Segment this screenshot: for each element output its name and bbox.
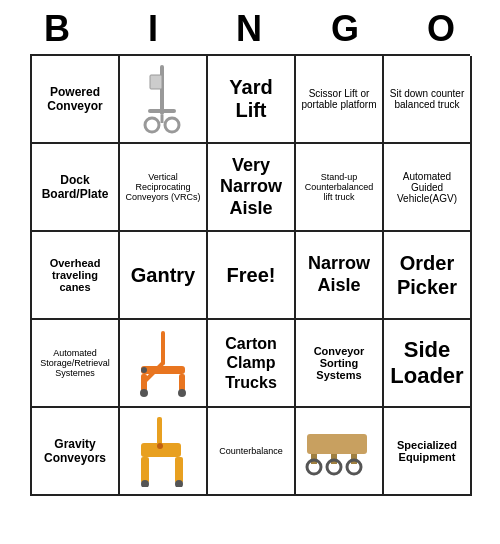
cell-r4c1 [120, 408, 208, 496]
svg-point-20 [157, 443, 163, 449]
cell-r0c4: Sit down counter balanced truck [384, 56, 472, 144]
title-g: G [302, 8, 390, 50]
title-b: B [14, 8, 102, 50]
cell-r3c3: Conveyor Sorting Systems [296, 320, 384, 408]
svg-point-12 [178, 389, 186, 397]
hand-truck-icon [138, 63, 188, 135]
cell-text: OrderPicker [397, 251, 457, 299]
cell-r1c4: Automated Guided Vehicle(AGV) [384, 144, 472, 232]
cell-text: Specialized Equipment [388, 439, 466, 463]
flatbed-icon [303, 426, 375, 476]
cell-r1c3: Stand-up Counterbalanced lift truck [296, 144, 384, 232]
svg-rect-8 [141, 366, 185, 374]
bingo-grid: Powered Conveyor YardLift Scissor Lift o… [30, 54, 470, 496]
cell-text: Dock Board/Plate [36, 173, 114, 201]
cell-text: Gantry [131, 264, 195, 287]
cell-r2c1: Gantry [120, 232, 208, 320]
svg-rect-17 [175, 457, 183, 483]
cell-r0c3: Scissor Lift or portable platform [296, 56, 384, 144]
bingo-title: B I N G O [10, 0, 490, 54]
cell-r4c2: Counterbalance [208, 408, 296, 496]
title-o: O [398, 8, 486, 50]
cell-text: YardLift [229, 76, 272, 122]
cell-r1c1: Vertical Reciprocating Conveyors (VRCs) [120, 144, 208, 232]
cell-r2c2: Free! [208, 232, 296, 320]
cell-r3c1 [120, 320, 208, 408]
cell-r2c4: OrderPicker [384, 232, 472, 320]
cell-r0c0: Powered Conveyor [32, 56, 120, 144]
cell-text: Overhead traveling canes [36, 257, 114, 293]
cell-text: Automated Storage/Retrieval Systemes [36, 348, 114, 378]
svg-rect-0 [160, 65, 164, 115]
cell-r3c2: CartonClampTrucks [208, 320, 296, 408]
cell-r3c0: Automated Storage/Retrieval Systemes [32, 320, 120, 408]
pallet-jack-icon [133, 328, 193, 398]
cell-r0c1 [120, 56, 208, 144]
cell-text: Automated Guided Vehicle(AGV) [388, 171, 466, 204]
cell-text: Sit down counter balanced truck [388, 88, 466, 110]
cell-r0c2: YardLift [208, 56, 296, 144]
svg-point-13 [141, 367, 147, 373]
cell-r3c4: SideLoader [384, 320, 472, 408]
cell-r4c4: Specialized Equipment [384, 408, 472, 496]
cell-text: VeryNarrowAisle [220, 155, 282, 220]
electric-pallet-icon [131, 415, 195, 487]
cell-text: NarrowAisle [308, 253, 370, 296]
svg-point-3 [145, 118, 159, 132]
svg-point-4 [165, 118, 179, 132]
title-i: I [110, 8, 198, 50]
cell-r4c3 [296, 408, 384, 496]
title-n: N [206, 8, 294, 50]
svg-rect-14 [157, 417, 162, 445]
cell-text: Vertical Reciprocating Conveyors (VRCs) [124, 172, 202, 202]
cell-r1c0: Dock Board/Plate [32, 144, 120, 232]
cell-r2c0: Overhead traveling canes [32, 232, 120, 320]
svg-point-11 [140, 389, 148, 397]
cell-r2c3: NarrowAisle [296, 232, 384, 320]
cell-text: Conveyor Sorting Systems [300, 345, 378, 381]
cell-text: SideLoader [390, 337, 463, 390]
cell-text: CartonClampTrucks [225, 334, 277, 392]
cell-text: Gravity Conveyors [36, 437, 114, 465]
svg-rect-1 [148, 109, 176, 113]
svg-rect-5 [150, 75, 162, 89]
cell-text: Stand-up Counterbalanced lift truck [300, 172, 378, 202]
cell-text: Scissor Lift or portable platform [300, 88, 378, 110]
cell-text: Free! [227, 264, 276, 287]
cell-text: Powered Conveyor [36, 85, 114, 113]
svg-rect-16 [141, 457, 149, 483]
svg-rect-21 [307, 434, 367, 454]
cell-r1c2: VeryNarrowAisle [208, 144, 296, 232]
cell-text: Counterbalance [219, 446, 283, 456]
cell-r4c0: Gravity Conveyors [32, 408, 120, 496]
